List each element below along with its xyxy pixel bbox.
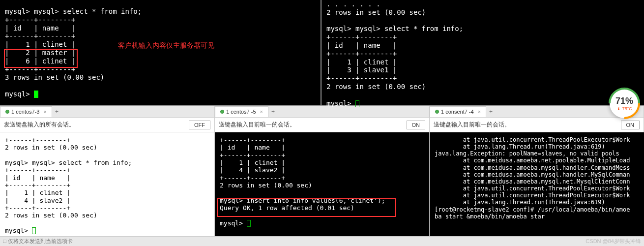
status-dot-icon — [5, 110, 9, 114]
terminal-bottom-1[interactable]: +------+--------+ 2 rows in set (0.00 se… — [0, 132, 215, 237]
terminal-top-left[interactable]: mysql> mysql> select * from info; +-----… — [0, 0, 322, 105]
tab-consent7-4[interactable]: 1 consent7 -4× — [430, 106, 486, 117]
system-monitor-badge[interactable]: 71% 🌡 75°C — [610, 89, 639, 118]
terminal-bottom-2[interactable]: +------+--------+ | id | name | +------+… — [215, 132, 430, 237]
toggle-button[interactable]: ON — [407, 121, 426, 129]
close-icon[interactable]: × — [260, 109, 263, 115]
terminal-output: at java.util.concurrent.ThreadPoolExecut… — [435, 136, 639, 220]
cursor-icon — [34, 91, 38, 98]
terminal-top-right[interactable]: . . . . . . . 2 rows in set (0.00 sec) m… — [322, 0, 644, 105]
cursor-icon — [32, 227, 36, 234]
tab-label: 1 centos7 -5 — [226, 109, 256, 115]
status-dot-icon — [220, 110, 224, 114]
terminal-output: mysql> mysql> select * from info; +-----… — [5, 7, 316, 98]
info-text: 发送键盘输入的所有会话。 — [4, 121, 75, 129]
tab-label: 1 consent7 -4 — [441, 109, 474, 115]
tabs-bar: 1 centos7-3× + 1 centos7 -5× + 1 consent… — [0, 106, 644, 118]
terminal-output: +------+--------+ | id | name | +------+… — [220, 136, 424, 227]
tab-centos7-5[interactable]: 1 centos7 -5× — [215, 106, 268, 117]
tab-label: 1 centos7-3 — [11, 109, 39, 115]
watermark: CSDN @84岁带头冲锋 — [585, 238, 641, 245]
status-dot-icon — [435, 110, 439, 114]
terminal-bottom-3[interactable]: at java.util.concurrent.ThreadPoolExecut… — [430, 132, 644, 237]
info-text: 送键盘输入目前唯一的会话。 — [219, 121, 295, 129]
status-bar: □ 仅将文本发送到当前选项卡 CSDN @84岁带头冲锋 — [0, 236, 644, 246]
terminal-output: . . . . . . . 2 rows in set (0.00 sec) m… — [326, 0, 639, 107]
tab-centos7-3[interactable]: 1 centos7-3× — [0, 106, 52, 117]
info-bar: 发送键盘输入的所有会话。 OFF 送键盘输入目前唯一的会话。 ON 送键盘输入目… — [0, 118, 644, 132]
cursor-icon — [247, 220, 251, 227]
cpu-percent: 71% — [615, 96, 633, 106]
close-icon[interactable]: × — [478, 109, 481, 115]
annotation-text: 客户机输入内容仅主服务器可见 — [118, 41, 214, 50]
cpu-temp: 🌡 75°C — [616, 106, 632, 111]
add-tab-button[interactable]: + — [52, 107, 61, 116]
close-icon[interactable]: × — [43, 109, 46, 115]
toggle-button[interactable]: ON — [621, 121, 640, 129]
status-left: □ 仅将文本发送到当前选项卡 — [3, 238, 73, 245]
add-tab-button[interactable]: + — [268, 107, 278, 116]
info-text: 送键盘输入目前唯一的会话。 — [434, 121, 510, 129]
add-tab-button[interactable]: + — [486, 107, 496, 116]
terminal-output: +------+--------+ 2 rows in set (0.00 se… — [5, 136, 209, 234]
toggle-button[interactable]: OFF — [189, 121, 210, 129]
